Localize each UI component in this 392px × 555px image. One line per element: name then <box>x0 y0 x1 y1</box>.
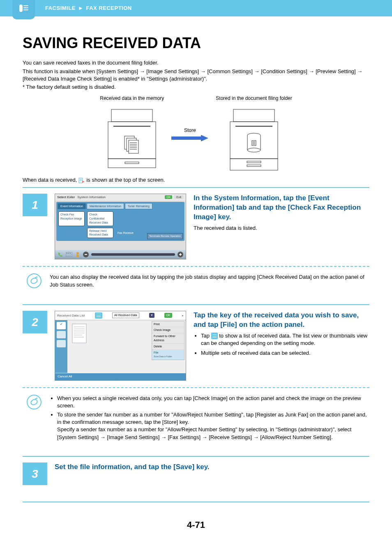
machine-filing-icon <box>229 105 279 171</box>
ss2-title: Received Data List <box>57 313 85 318</box>
ss2-print-button[interactable]: Print <box>152 321 184 328</box>
intro-p2: This function is available when [System … <box>23 68 369 83</box>
ss2-action-panel: Print Check Image Forward to Other Addre… <box>152 321 184 361</box>
ss1-terminate-button[interactable]: Terminate Remote Operation <box>147 233 183 239</box>
step-2: 2 Received Data List All Received Data ▼… <box>23 311 369 381</box>
svg-rect-40 <box>70 253 71 254</box>
ss1-check-fax-button[interactable]: Check Fax Reception Image <box>58 211 85 226</box>
ss1-check-conf-button[interactable]: Check Confidential Received Data <box>87 211 113 226</box>
ss2-left-strip: ✔ <box>55 320 67 373</box>
store-label: Store <box>184 127 196 134</box>
svg-rect-37 <box>66 252 72 257</box>
step-1-title: In the System Information, tap the [Even… <box>194 194 369 222</box>
diagram-row: Received data in the memory <box>23 95 369 173</box>
svg-marker-36 <box>82 180 85 183</box>
keyboard-icon <box>66 252 72 257</box>
svg-rect-0 <box>23 5 28 6</box>
diagram-caption-left: Received data in the memory <box>100 95 164 102</box>
check-icon[interactable]: ✔ <box>57 322 66 329</box>
step-1-desc: The received data is listed. <box>194 224 369 232</box>
step-1: 1 Select Exter System Information OK Exi… <box>23 194 369 259</box>
note-2: When you select a single received data o… <box>23 395 369 443</box>
step-number-3: 3 <box>23 462 47 485</box>
fax-section-icon <box>12 0 35 19</box>
step-2-screenshot: Received Data List All Received Data ▼ O… <box>55 311 186 381</box>
step-2-bullet-1: Tap to show a list of received data. The… <box>201 332 369 347</box>
ss2-dropdown[interactable]: All Received Data <box>112 312 139 318</box>
note-1-text: You can also display the received data l… <box>50 273 369 288</box>
page-title: SAVING RECEIVED DATA <box>23 33 369 53</box>
svg-rect-16 <box>171 136 201 140</box>
assist-icon <box>75 252 81 257</box>
step-number-2: 2 <box>23 311 47 333</box>
svg-rect-43 <box>85 254 87 255</box>
svg-rect-39 <box>68 253 69 254</box>
svg-rect-5 <box>113 126 150 127</box>
ss2-file-button[interactable]: File Store Data in Folder <box>152 350 184 360</box>
step-number-1: 1 <box>23 194 47 216</box>
page-number: 4-71 <box>23 519 369 532</box>
breadcrumb-2[interactable]: FAX RECEPTION <box>86 5 131 11</box>
panel-expand-icon[interactable]: ▸ <box>182 313 184 318</box>
step-3-title: Set the file information, and tap the [S… <box>55 462 369 472</box>
breadcrumb-1[interactable]: FACSIMILE <box>45 5 76 11</box>
ss1-title: System Information <box>77 195 106 199</box>
svg-rect-42 <box>76 255 79 257</box>
ss1-tab-maint[interactable]: Maintenance Information <box>87 203 124 210</box>
svg-point-46 <box>30 277 38 284</box>
breadcrumb-sep-icon: ► <box>78 5 83 11</box>
plus-button[interactable] <box>178 252 183 257</box>
svg-rect-10 <box>129 140 138 153</box>
svg-rect-1 <box>23 7 28 8</box>
ss2-delete-button[interactable]: Delete <box>152 344 184 350</box>
intro-p1: You can save received faxes in the docum… <box>23 59 369 67</box>
svg-rect-2 <box>23 9 28 10</box>
diagram-caption-right: Stored in the document filing folder <box>216 95 292 102</box>
svg-line-47 <box>35 277 37 278</box>
svg-marker-17 <box>201 135 208 141</box>
svg-point-55 <box>30 398 38 406</box>
document-preview-icon <box>70 323 90 347</box>
note-icon <box>27 395 42 409</box>
ss1-select-exter: Select Exter <box>57 195 75 199</box>
svg-rect-6 <box>108 159 156 168</box>
list-view-toggle-icon[interactable] <box>95 312 102 319</box>
ss1-tab-toner[interactable]: Toner Remaining <box>125 203 152 210</box>
svg-rect-20 <box>235 126 272 127</box>
machine-memory-icon <box>107 105 157 171</box>
ss1-release-held-button[interactable]: Release Held Received Data <box>87 228 113 238</box>
ss2-cancel-all-button[interactable]: Cancel All <box>55 373 186 380</box>
svg-point-41 <box>76 252 79 254</box>
ss1-exit-button[interactable]: Exit <box>174 195 184 199</box>
arrow-right-icon <box>171 135 208 141</box>
svg-point-28 <box>247 148 261 152</box>
list-icon <box>211 333 218 339</box>
svg-line-56 <box>35 398 37 399</box>
svg-rect-21 <box>230 159 278 170</box>
dotted-divider <box>23 387 369 388</box>
step-1-screenshot: Select Exter System Information OK Exit … <box>55 194 186 259</box>
divider <box>23 304 369 305</box>
ss1-tab-event[interactable]: Event Information <box>58 203 86 210</box>
brightness-slider[interactable] <box>91 253 175 256</box>
thumbnail-1[interactable] <box>57 331 66 338</box>
note-icon <box>27 273 42 288</box>
phone-icon <box>58 252 63 257</box>
received-indicator-icon <box>78 178 85 183</box>
step-2-title: Tap the key of the received data you wis… <box>194 311 369 330</box>
intro-p3: * The factory default setting is disable… <box>23 83 369 91</box>
chevron-down-icon[interactable]: ▼ <box>149 313 154 318</box>
note-2-bullet-2: To store the sender fax number as a numb… <box>57 411 369 441</box>
intro-block: You can save received faxes in the docum… <box>23 59 369 91</box>
step-2-bullet-2: Multiple sets of received data can be se… <box>201 349 369 357</box>
ss2-forward-button[interactable]: Forward to Other Address <box>152 333 184 344</box>
ss2-check-image-button[interactable]: Check Image <box>152 327 184 333</box>
svg-rect-18 <box>233 109 274 122</box>
svg-rect-38 <box>67 253 67 254</box>
ss2-ok-button[interactable]: OK <box>164 313 172 318</box>
step-3: 3 Set the file information, and tap the … <box>23 462 369 485</box>
ss1-ok-button[interactable]: OK <box>165 195 172 199</box>
svg-rect-3 <box>111 109 152 122</box>
minus-button[interactable] <box>83 252 89 257</box>
thumbnail-2[interactable] <box>57 340 66 347</box>
